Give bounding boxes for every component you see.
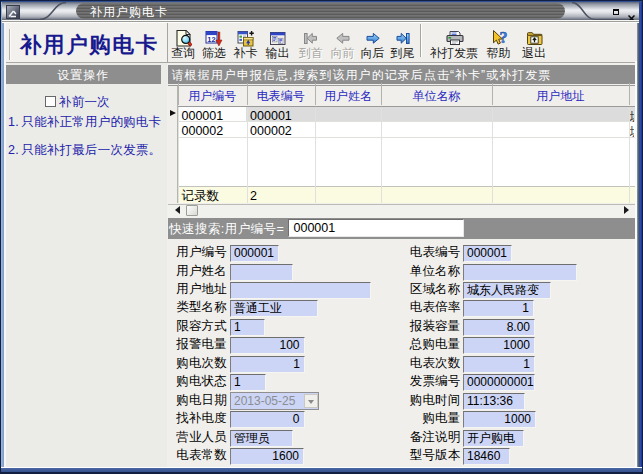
svg-text:12: 12 (207, 34, 215, 43)
